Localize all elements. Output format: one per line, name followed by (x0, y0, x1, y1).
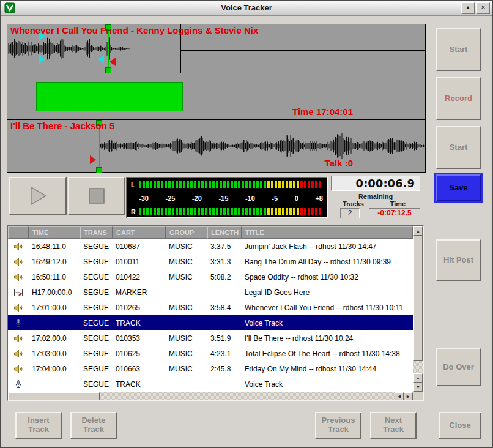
do-over-button[interactable]: Do Over (436, 348, 481, 386)
fade-marker-icon[interactable] (90, 155, 96, 164)
meter-segment (249, 208, 251, 215)
row-time: 16:48:11.0 (29, 242, 80, 251)
record-button[interactable]: Record (436, 77, 481, 120)
start1-button[interactable]: Start (436, 28, 481, 71)
log-row[interactable]: 17:04:00.0SEGUE010663MUSIC2:45.8Friday O… (8, 361, 413, 376)
play-button[interactable] (9, 177, 67, 215)
meter-segment (143, 181, 145, 188)
horizontal-scrollbar[interactable]: ◀ ▶ (8, 392, 413, 400)
row-trans: SEGUE (80, 288, 113, 297)
column-header-title[interactable]: TITLE (242, 226, 413, 239)
fade-marker-icon[interactable] (109, 58, 116, 66)
meter-segment (194, 181, 196, 188)
column-header-trans[interactable]: TRANS (80, 226, 113, 239)
recorded-region[interactable] (36, 82, 183, 111)
meter-scale-tick: -15 (218, 195, 228, 202)
column-header-time[interactable]: TIME (29, 226, 80, 239)
meter-segment (139, 208, 141, 215)
scroll-right-button[interactable]: ▶ (404, 392, 413, 400)
start2-button[interactable]: Start (436, 126, 481, 169)
talk-marker-icon[interactable] (98, 55, 104, 64)
log-row[interactable]: 16:50:11.0SEGUE010422MUSIC5:08.2Space Od… (8, 269, 413, 285)
meter-segment (212, 181, 215, 188)
close-window-button[interactable]: ✕ (476, 2, 490, 14)
speaker-icon (8, 303, 29, 313)
mic-icon (8, 318, 29, 328)
log-row[interactable]: 17:03:00.0SEGUE010625MUSIC4:23.1Total Ec… (8, 346, 413, 361)
voicetrack-record-panel[interactable]: Time 17:04:01 (7, 73, 426, 120)
meter-segment (165, 181, 167, 188)
scrollbar-corner (413, 392, 423, 400)
track2-waveform-panel[interactable]: I'll Be There - Jackson 5 Talk :0 (7, 119, 426, 173)
log-row[interactable]: 16:49:12.0SEGUE010011MUSIC3:31.3Bang The… (8, 254, 413, 269)
track2-title: I'll Be There - Jackson 5 (10, 121, 114, 131)
meter-right-label: R (131, 208, 139, 215)
start-marker-handle-bottom[interactable] (96, 167, 102, 173)
scroll-down-button[interactable]: ▼ (413, 383, 423, 392)
shade-button[interactable]: ▲ (461, 2, 475, 14)
stop-button[interactable] (68, 177, 125, 215)
meter-segment (249, 181, 251, 188)
scroll-left-button[interactable]: ◀ (395, 392, 404, 400)
meter-scale-tick: -30 (139, 195, 149, 202)
window-title: Voice Tracker (1, 3, 492, 12)
play-icon (28, 185, 48, 206)
row-trans: SEGUE (80, 242, 113, 251)
meter-scale-tick: 0 (295, 195, 298, 202)
meter-segment (293, 181, 295, 188)
meter-segment (165, 208, 167, 215)
meter-segment (150, 181, 152, 188)
horizontal-scrollbar-track[interactable] (100, 392, 395, 400)
insert-track-button[interactable]: Insert Track (15, 412, 62, 439)
log-row[interactable]: SEGUETRACKVoice Track (8, 315, 413, 330)
talk-marker-icon[interactable] (39, 55, 45, 64)
row-time: H17:00:00.0 (29, 288, 80, 297)
meter-segment (176, 181, 178, 188)
meter-segment (209, 208, 211, 215)
log-row[interactable]: 17:01:00.0SEGUE010265MUSIC3:58.4Whenever… (8, 300, 413, 315)
log-row[interactable]: 17:02:00.0SEGUE010353MUSIC3:51.9I'll Be … (8, 330, 413, 346)
log-row[interactable]: H17:00:00.0SEGUEMARKERLegal ID Goes Here (8, 285, 413, 300)
previous-track-button[interactable]: Previous Track (315, 412, 361, 439)
meter-segment (161, 208, 163, 215)
log-row[interactable]: 16:48:11.0SEGUE010687MUSIC3:37.5Jumpin' … (8, 239, 413, 254)
meter-segment (319, 208, 321, 215)
save-button[interactable]: Save (436, 174, 481, 201)
column-header-icon[interactable] (8, 226, 29, 239)
meter-segment (154, 208, 156, 215)
vertical-scrollbar[interactable]: ▲ ▲ ▼ (413, 226, 423, 392)
row-cart: TRACK (113, 380, 166, 389)
meter-segment (220, 181, 222, 188)
log-row[interactable]: SEGUETRACKVoice Track (8, 376, 413, 392)
meter-segment (238, 181, 240, 188)
hit-post-button[interactable]: Hit Post (436, 239, 481, 281)
meter-segment (260, 181, 262, 188)
next-track-button[interactable]: Next Track (370, 412, 417, 439)
meter-segment (297, 208, 299, 215)
meter-segment (209, 181, 211, 188)
meter-segment (212, 208, 215, 215)
column-header-group[interactable]: GROUP (166, 226, 207, 239)
row-title: Whenever I Call You Friend -- rdhost 11/… (242, 304, 413, 312)
meter-segment (315, 208, 317, 215)
column-header-cart[interactable]: CART (113, 226, 166, 239)
row-title: Space Oddity -- rdhost 11/30 10:32 (242, 273, 413, 282)
segue-marker-handle-bottom[interactable] (105, 67, 111, 73)
vertical-scrollbar-thumb[interactable] (413, 236, 423, 361)
vertical-scrollbar-track[interactable] (413, 361, 423, 373)
column-header-length[interactable]: LENGTH (207, 226, 242, 239)
horizontal-scrollbar-thumb[interactable] (8, 392, 100, 400)
delete-track-button[interactable]: Delete Track (70, 412, 117, 439)
titlebar[interactable]: Voice Tracker ▲ ✕ (1, 1, 492, 16)
track2-waveform (100, 120, 425, 172)
speaker-icon (8, 334, 29, 343)
scroll-up-button[interactable]: ▲ (413, 373, 423, 383)
meter-segment (168, 181, 171, 188)
scroll-up-button[interactable]: ▲ (413, 226, 423, 236)
row-title: I'll Be There -- rdhost 11/30 10:24 (242, 334, 413, 343)
row-length: 2:45.8 (207, 365, 242, 373)
meter-scale-tick: +8 (315, 195, 323, 202)
track1-waveform-panel[interactable]: Whenever I Call You Friend - Kenny Loggi… (7, 24, 426, 73)
row-cart: 010625 (113, 349, 166, 358)
close-button[interactable]: Close (439, 412, 481, 439)
